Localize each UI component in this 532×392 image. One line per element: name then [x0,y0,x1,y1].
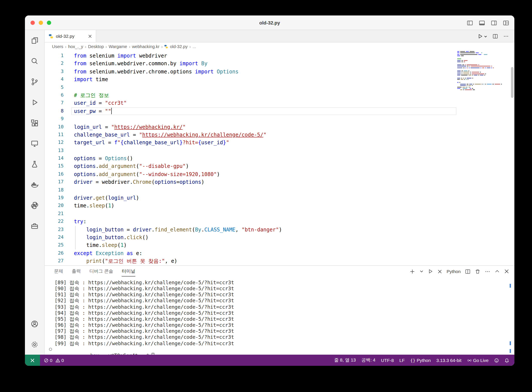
broadcast-icon [467,358,472,363]
panel-actions: Python [410,266,509,277]
tab-output[interactable]: 출력 [72,266,81,276]
toggle-panel-icon[interactable] [479,19,485,26]
remote-indicator[interactable] [25,355,40,366]
python-interpreter[interactable]: 3.13.3 64-bit [436,358,461,363]
close-tab-icon[interactable] [88,34,92,38]
new-terminal-icon[interactable] [410,269,415,274]
minimap[interactable] [457,51,500,91]
delete-terminal-icon[interactable] [475,269,480,274]
docker-icon[interactable] [25,174,44,195]
run-python-file-button[interactable] [477,33,487,39]
breadcrumb-more[interactable]: ... [193,44,196,49]
explorer-icon[interactable] [25,30,44,51]
run-debug-icon[interactable] [25,92,44,112]
kill-terminal-icon[interactable] [438,269,442,274]
line-number: 27 [45,257,67,265]
account-icon[interactable] [25,313,44,334]
activity-bar-top [25,30,44,236]
titlebar-actions [467,15,509,30]
code-line: # 로그인 정보 [74,91,282,99]
tab-old-32-py[interactable]: old-32.py [45,30,96,42]
code-line [74,84,282,91]
testing-icon[interactable] [25,154,44,174]
minimap-content [457,51,500,90]
line-number: 23 [45,226,67,233]
tab-problems[interactable]: 문제 [54,266,63,276]
terminal-prompt-row: hox_._y@T0pCcr4t ~ % [55,346,514,352]
remote-explorer-icon[interactable] [25,133,44,154]
statusbar-left: 0 0 [44,358,64,363]
terminal-output: [89] 접속 : https://webhacking.kr/challeng… [55,280,514,346]
line-number: 16 [45,170,67,178]
code-line: time.sleep(1) [74,202,282,210]
customize-layout-icon[interactable] [503,19,509,26]
terminal[interactable]: [89] 접속 : https://webhacking.kr/challeng… [45,277,514,355]
close-panel-icon[interactable] [504,269,509,274]
code-line: print("로그인 버튼 못 찾음:", e) [74,257,282,265]
toggle-sidebar-left-icon[interactable] [467,19,473,26]
editor-actions [477,30,509,42]
toggle-sidebar-right-icon[interactable] [491,19,497,26]
breadcrumb-item[interactable]: Desktop [88,44,104,49]
tab-terminal[interactable]: 터미널 [122,266,135,276]
run-icon[interactable] [428,269,433,274]
editor-code: from selenium import webdriverfrom selen… [74,52,282,265]
chevron-right-icon: › [189,44,191,49]
breadcrumb-item[interactable]: Wargame [109,44,127,49]
code-editor[interactable]: 1234567891011121314151617181920212223242… [45,50,514,265]
encoding[interactable]: UTF-8 [381,358,394,363]
minimize-window-button[interactable] [39,21,43,25]
terminal-name-label[interactable]: Python [447,269,461,274]
breadcrumb: Users› hox_._y› Desktop› Wargame› webhac… [45,42,514,50]
zoom-window-button[interactable] [47,21,51,25]
code-line: user_id = "ccr3t" [74,99,282,107]
close-window-button[interactable] [30,21,35,25]
code-line: from selenium import webdriver [74,52,282,60]
editor-scrollbar[interactable] [511,67,513,98]
code-line: driver = webdriver.Chrome(options=option… [74,178,282,186]
breadcrumb-file[interactable]: old-32.py [170,44,188,49]
python-icon[interactable] [25,195,44,215]
split-terminal-icon[interactable] [465,269,470,274]
breadcrumb-item[interactable]: webhacking.kr [132,44,159,49]
errors-warnings[interactable]: 0 0 [44,358,64,363]
cursor-position[interactable]: 줄 8, 열 13 [334,357,356,363]
language-mode[interactable]: {}Python [410,358,431,363]
terminal-line: [90] 접속 : https://webhacking.kr/challeng… [55,285,514,292]
editor-group: old-32.py Users› hox_._y› Desktop› Warga… [45,30,514,355]
maximize-panel-icon[interactable] [495,269,500,274]
settings-gear-icon[interactable] [25,334,44,355]
activity-bar [25,30,45,355]
line-number: 12 [45,139,67,147]
terminal-line: [92] 접속 : https://webhacking.kr/challeng… [55,298,514,304]
toolbox-icon[interactable] [25,215,44,236]
remote-icon [30,357,35,363]
terminal-line: [99] 접속 : https://webhacking.kr/challeng… [55,340,514,346]
terminal-line: [89] 접속 : https://webhacking.kr/challeng… [55,280,514,285]
extensions-icon[interactable] [25,112,44,133]
code-line [74,147,282,154]
run-dropdown-chevron-icon [484,35,487,38]
eol-sequence[interactable]: LF [399,358,405,363]
tab-debug-console[interactable]: 디버그 콘솔 [89,266,113,276]
breadcrumb-item[interactable]: hox_._y [68,44,83,49]
notifications-bell-icon[interactable] [504,358,509,363]
code-line: login_url = "https://webhacking.kr/" [74,123,282,131]
terminal-profile-chevron-icon[interactable] [420,269,424,274]
command-decoration-icon [49,348,52,350]
code-line: except Exception as e: [74,249,282,257]
search-icon[interactable] [25,51,44,71]
activity-bar-bottom [25,313,44,355]
terminal-line: [93] 접속 : https://webhacking.kr/challeng… [55,304,514,310]
go-live[interactable]: Go Live [467,358,489,363]
line-number: 13 [45,147,67,154]
panel-more-actions-icon[interactable] [485,269,490,274]
source-control-icon[interactable] [25,71,44,92]
indentation[interactable]: 공백: 4 [361,357,375,363]
feedback-icon[interactable] [494,358,499,363]
more-actions-icon[interactable] [503,33,509,39]
split-editor-icon[interactable] [493,33,498,39]
breadcrumb-item[interactable]: Users [52,44,63,49]
code-line: login_button.click() [74,233,282,242]
terminal-line: [98] 접속 : https://webhacking.kr/challeng… [55,334,514,340]
